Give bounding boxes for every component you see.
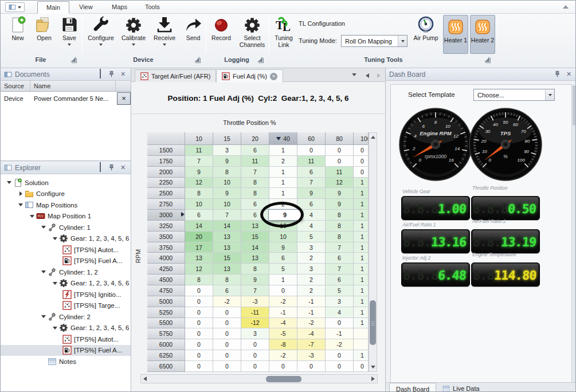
row-header-5000[interactable]: 5000 — [147, 296, 185, 307]
close-icon[interactable] — [119, 163, 127, 172]
grid-cell[interactable]: -12 — [241, 318, 269, 329]
chevron-down-icon[interactable] — [545, 89, 554, 100]
tree-expander-icon[interactable] — [40, 315, 48, 318]
grid-cell[interactable]: 0 — [241, 361, 269, 372]
grid-cell[interactable]: 2 — [269, 199, 297, 210]
grid-cell[interactable]: 6 — [297, 199, 326, 210]
grid-cell[interactable]: -1 — [297, 307, 326, 318]
grid-cell[interactable]: 0 — [185, 339, 213, 350]
grid-cell[interactable]: 0 — [213, 307, 241, 318]
row-header-5250[interactable]: 5250 — [147, 307, 185, 318]
row-header-2500[interactable]: 2500 — [147, 188, 185, 199]
grid-cell[interactable]: 6 — [326, 275, 354, 285]
grid-cell[interactable]: -2 — [269, 296, 297, 307]
grid-cell[interactable]: 9 — [269, 210, 297, 221]
grid-cell[interactable]: 2 — [269, 156, 297, 167]
calibrate-button[interactable]: Calibrate — [118, 15, 149, 46]
column-header-20[interactable]: 20 — [241, 132, 269, 145]
row-header-4750[interactable]: 4750 — [147, 285, 185, 296]
grid-cell-clipped[interactable]: 1 — [354, 307, 369, 318]
grid-cell[interactable]: 0 — [213, 318, 241, 329]
file-dialog-launcher-icon[interactable] — [72, 58, 77, 63]
send-button[interactable]: Send — [180, 15, 206, 42]
scroll-right-icon[interactable] — [371, 377, 375, 381]
save-button[interactable]: Save — [57, 15, 82, 46]
grid-cell[interactable]: 14 — [241, 242, 269, 253]
logging-dialog-launcher-icon[interactable] — [258, 58, 264, 63]
column-header-15[interactable]: 15 — [213, 132, 241, 145]
scroll-left-icon[interactable] — [143, 377, 147, 381]
scroll-thumb[interactable] — [573, 85, 575, 126]
row-header-4000[interactable]: 4000 — [147, 253, 185, 264]
scroll-up-icon[interactable] — [371, 136, 375, 139]
grid-cell-clipped[interactable]: 0 — [354, 167, 369, 178]
grid-cell[interactable]: -7 — [297, 339, 326, 350]
grid-cell[interactable]: 13 — [241, 221, 269, 232]
tree-item-cylinder-1[interactable]: Cylinder: 1 — [1, 222, 131, 233]
grid-cell[interactable]: 1 — [269, 188, 297, 199]
grid-cell[interactable]: 7 — [326, 242, 354, 253]
grid-cell[interactable]: 13 — [185, 253, 213, 264]
grid-cell[interactable]: 0 — [269, 361, 297, 372]
grid-cell-clipped[interactable]: 0 — [354, 145, 369, 156]
maximize-icon[interactable] — [96, 163, 104, 172]
grid-cell[interactable]: 6 — [185, 210, 213, 221]
tuning-tools-dialog-launcher-icon[interactable] — [485, 58, 491, 63]
grid-cell[interactable]: -2 — [213, 296, 241, 307]
grid-cell[interactable]: 4 — [297, 221, 326, 232]
tree-item-gear-1-2-3-4-5-6[interactable]: Gear: 1, 2, 3, 4, 5, 6 — [1, 233, 131, 245]
vertical-scrollbar[interactable] — [369, 132, 377, 372]
grid-cell[interactable]: 9 — [326, 188, 354, 199]
grid-cell[interactable]: 0 — [326, 156, 354, 167]
grid-cell[interactable]: 0 — [185, 328, 213, 339]
ribbon-tab-main[interactable]: Main — [37, 1, 69, 14]
row-header-5750[interactable]: 5750 — [147, 328, 185, 339]
grid-cell-clipped[interactable]: 1 — [354, 221, 369, 232]
grid-cell[interactable]: 5 — [269, 264, 297, 275]
grid-cell[interactable]: 6 — [213, 285, 241, 296]
grid-cell[interactable]: 0 — [326, 145, 354, 156]
chevron-down-icon[interactable] — [398, 36, 407, 46]
dashboard-scrollbar[interactable] — [573, 84, 575, 383]
grid-cell[interactable]: 0 — [185, 285, 213, 296]
grid-cell[interactable]: 0 — [213, 361, 241, 372]
tuning-link-button[interactable]: TL Tuning Link — [271, 15, 296, 48]
grid-cell[interactable]: -5 — [269, 328, 297, 339]
grid-cell[interactable]: 8 — [326, 232, 354, 242]
grid-cell-clipped[interactable]: 1 — [354, 350, 369, 361]
grid-cell[interactable]: 9 — [185, 167, 213, 178]
grid-cell-clipped[interactable]: 0 — [354, 156, 369, 167]
column-header-source[interactable]: Source — [1, 81, 30, 91]
grid-cell[interactable]: 8 — [241, 264, 269, 275]
row-header-5500[interactable]: 5500 — [147, 318, 185, 329]
grid-cell[interactable]: 14 — [213, 221, 241, 232]
grid-cell[interactable]: 1 — [269, 275, 297, 285]
tree-item-map-positions[interactable]: Map Positions — [1, 199, 131, 211]
select-channels-button[interactable]: Select Channels — [236, 15, 269, 48]
pin-icon[interactable] — [107, 163, 116, 172]
grid-cell-clipped[interactable]: 0 — [354, 361, 369, 372]
grid-cell[interactable]: 0 — [326, 350, 354, 361]
tree-expander-icon[interactable] — [40, 271, 48, 273]
grid-cell-clipped[interactable]: 1 — [354, 199, 369, 210]
grid-cell[interactable]: 5 — [326, 285, 354, 296]
grid-cell[interactable]: 7 — [185, 156, 213, 167]
grid-cell[interactable]: 9 — [213, 188, 241, 199]
grid-cell[interactable]: -3 — [297, 350, 326, 361]
grid-cell[interactable]: 6 — [326, 253, 354, 264]
configure-button[interactable]: Configure — [85, 15, 117, 46]
grid-cell[interactable]: -1 — [297, 296, 326, 307]
grid-cell[interactable]: 1 — [269, 145, 297, 156]
ribbon-tab-tools[interactable]: Tools — [136, 1, 169, 14]
ribbon-tab-view[interactable]: View — [70, 1, 101, 14]
tree-expander-icon[interactable] — [51, 282, 59, 285]
grid-cell[interactable]: 8 — [213, 275, 241, 285]
grid-cell[interactable]: 3 — [297, 242, 326, 253]
row-header-3250[interactable]: 3250 — [147, 221, 185, 232]
tree-item-map-position-1[interactable]: PCVMap Position 1 — [1, 211, 131, 222]
tree-expander-icon[interactable] — [51, 327, 59, 330]
tree-expander-icon[interactable] — [40, 226, 48, 229]
air-pump-button[interactable]: Air Pump — [411, 15, 441, 42]
tree-item-tps-ignitio[interactable]: [TPS%] Ignitio... — [1, 289, 131, 300]
row-header-1750[interactable]: 1750 — [147, 156, 185, 167]
